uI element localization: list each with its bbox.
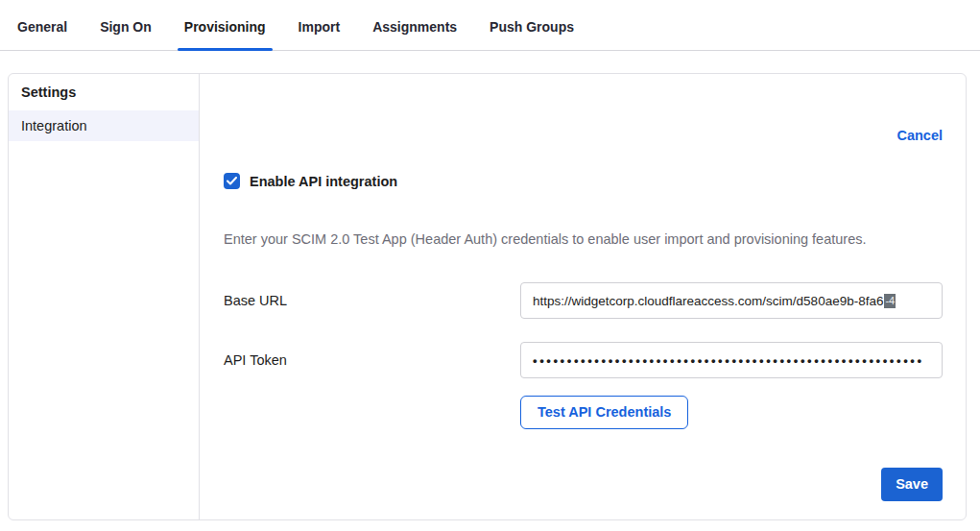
base-url-input[interactable]: https://widgetcorp.cloudflareaccess.com/… bbox=[520, 282, 943, 319]
tab-provisioning[interactable]: Provisioning bbox=[178, 19, 273, 50]
api-token-row: API Token ••••••••••••••••••••••••••••••… bbox=[224, 342, 943, 378]
test-api-credentials-button[interactable]: Test API Credentials bbox=[520, 396, 688, 429]
tab-sign-on[interactable]: Sign On bbox=[93, 19, 158, 50]
enable-api-label: Enable API integration bbox=[250, 174, 397, 189]
tab-import[interactable]: Import bbox=[292, 19, 347, 50]
credentials-description: Enter your SCIM 2.0 Test App (Header Aut… bbox=[224, 231, 943, 248]
tab-assignments[interactable]: Assignments bbox=[366, 19, 464, 50]
save-button[interactable]: Save bbox=[881, 468, 943, 501]
api-token-input[interactable]: ••••••••••••••••••••••••••••••••••••••••… bbox=[520, 342, 943, 378]
save-row: Save bbox=[224, 468, 943, 501]
test-credentials-row: Test API Credentials bbox=[520, 396, 943, 429]
cancel-button[interactable]: Cancel bbox=[896, 128, 943, 143]
base-url-label: Base URL bbox=[224, 293, 520, 308]
sidebar-header: Settings bbox=[9, 78, 199, 110]
enable-api-checkbox[interactable] bbox=[224, 173, 240, 189]
tab-push-groups[interactable]: Push Groups bbox=[483, 19, 581, 50]
cancel-row: Cancel bbox=[224, 128, 943, 143]
api-token-label: API Token bbox=[224, 352, 520, 368]
base-url-value: https://widgetcorp.cloudflareaccess.com/… bbox=[533, 294, 883, 308]
base-url-row: Base URL https://widgetcorp.cloudflareac… bbox=[224, 282, 943, 319]
provisioning-panel: Settings Integration Cancel Enable API i… bbox=[8, 73, 967, 520]
settings-sidebar: Settings Integration bbox=[9, 74, 200, 519]
app-tabbar: General Sign On Provisioning Import Assi… bbox=[0, 0, 980, 51]
enable-api-row: Enable API integration bbox=[224, 173, 943, 189]
integration-form: Cancel Enable API integration Enter your… bbox=[200, 74, 966, 519]
api-token-masked-value: ••••••••••••••••••••••••••••••••••••••••… bbox=[533, 353, 924, 368]
sidebar-item-integration[interactable]: Integration bbox=[9, 110, 199, 141]
base-url-selected-overflow: -4 bbox=[884, 294, 896, 308]
checkmark-icon bbox=[227, 177, 237, 185]
tab-general[interactable]: General bbox=[11, 19, 74, 50]
